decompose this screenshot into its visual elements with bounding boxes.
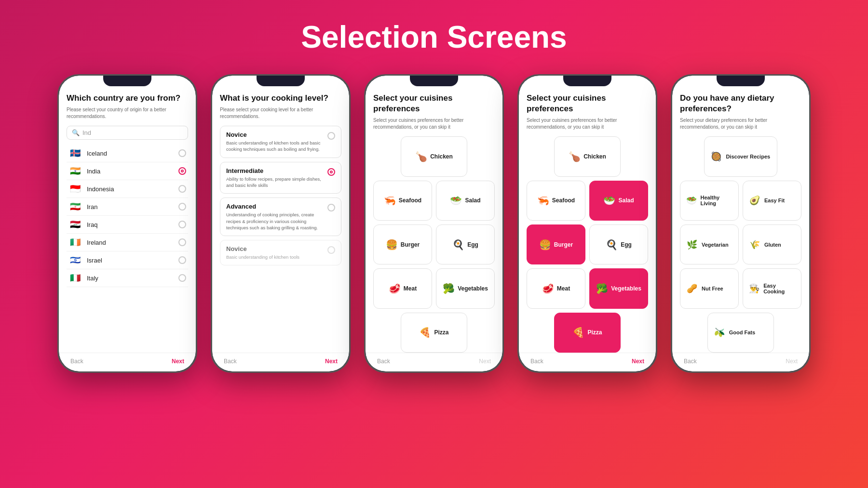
chicken4-icon: 🍗: [569, 151, 581, 162]
cuisine4-salad-label: Salad: [618, 197, 634, 204]
country-name-israel: Israel: [87, 257, 174, 264]
cuisine4-seafood[interactable]: 🦐 Seafood: [527, 181, 585, 221]
phone1-subtitle: Please select your country of origin for…: [67, 106, 188, 120]
phone5-back-button[interactable]: Back: [684, 358, 697, 365]
cuisine-chicken[interactable]: 🍗 Chicken: [401, 136, 468, 176]
cuisine4-egg[interactable]: 🍳 Egg: [589, 224, 648, 264]
phone1-back-button[interactable]: Back: [70, 358, 83, 365]
phone4-nav: Back Next: [519, 353, 656, 371]
egg-icon: 🍳: [452, 239, 464, 251]
phone5-next-button[interactable]: Next: [786, 358, 798, 365]
list-item[interactable]: 🇮🇩 Indonesia: [67, 180, 188, 198]
egg4-icon: 🍳: [606, 239, 618, 251]
cuisine-pizza[interactable]: 🍕 Pizza: [401, 313, 468, 353]
phone1-next-button[interactable]: Next: [172, 358, 184, 365]
dietary-gluten-label: Gluten: [764, 242, 781, 248]
option-title-novice2: Novice: [226, 245, 324, 252]
phone2-subtitle: Please select your cooking level for a b…: [220, 106, 341, 120]
phone3-back-button[interactable]: Back: [377, 358, 390, 365]
cuisine4-salad[interactable]: 🥗 Salad: [589, 181, 648, 221]
healthy-icon: 🥗: [685, 194, 698, 207]
dietary-easyfit[interactable]: 🥑 Easy Fit: [743, 181, 801, 221]
page-title: Selection Screens: [301, 19, 567, 55]
dietary-nutfree[interactable]: 🥜 Nut Free: [680, 268, 739, 308]
dietary-grid: 🥘 Discover Recipes 🥗 Healthy Living 🥑 Ea…: [680, 136, 801, 353]
cuisine4-chicken[interactable]: 🍗 Chicken: [554, 136, 621, 176]
radio-israel[interactable]: [178, 256, 186, 264]
dietary-vegetarian[interactable]: 🌿 Vegetarian: [680, 224, 739, 264]
dietary-discover[interactable]: 🥘 Discover Recipes: [704, 136, 777, 176]
phone3-title: Select your cuisines preferences: [373, 93, 495, 114]
cuisine4-burger[interactable]: 🍔 Burger: [527, 224, 585, 264]
dietary-discover-label: Discover Recipes: [726, 154, 770, 159]
phone3-next-button[interactable]: Next: [479, 358, 491, 365]
list-item[interactable]: 🇮🇶 Iraq: [67, 216, 188, 234]
dietary-easycooking[interactable]: 👨‍🍳 Easy Cooking: [743, 268, 801, 308]
phone2-next-button[interactable]: Next: [325, 358, 338, 365]
cuisine-vegetables[interactable]: 🥦 Vegetables: [436, 268, 495, 308]
radio-india[interactable]: [178, 167, 186, 175]
vegetarian-icon: 🌿: [685, 238, 699, 251]
radio-iraq[interactable]: [178, 221, 186, 228]
flag-israel: 🇮🇱: [68, 255, 82, 265]
seafood-icon: 🦐: [384, 195, 396, 206]
dietary-easyfit-label: Easy Fit: [764, 198, 785, 203]
radio-advanced[interactable]: [327, 204, 335, 211]
flag-indonesia: 🇮🇩: [68, 184, 82, 194]
cooking-option-novice[interactable]: Novice Basic understanding of kitchen to…: [220, 126, 341, 158]
cooking-option-advanced[interactable]: Advanced Understanding of cooking princi…: [220, 198, 341, 236]
easycooking-icon: 👨‍🍳: [748, 282, 760, 295]
phone1-title: Which country are you from?: [67, 93, 188, 104]
list-item[interactable]: 🇮🇹 Italy: [67, 269, 188, 287]
cuisine4-vegetables[interactable]: 🥦 Vegetables: [589, 268, 648, 308]
cuisine-seafood[interactable]: 🦐 Seafood: [373, 181, 432, 221]
country-name-ireland: Ireland: [87, 239, 174, 246]
flag-italy: 🇮🇹: [68, 273, 82, 283]
cuisine4-meat[interactable]: 🥩 Meat: [527, 268, 585, 308]
cuisine-grid-4: 🍗 Chicken 🦐 Seafood 🥗 Salad 🍔 Burger: [527, 136, 648, 353]
phone4-next-button[interactable]: Next: [632, 358, 644, 365]
phones-container: Which country are you from? Please selec…: [38, 74, 830, 373]
option-title-intermediate: Intermediate: [226, 167, 324, 174]
list-item[interactable]: 🇮🇪 Ireland: [67, 234, 188, 251]
vegetables-icon: 🥦: [443, 283, 455, 294]
cuisine-egg-label: Egg: [467, 241, 478, 248]
seafood4-icon: 🦐: [537, 195, 549, 206]
cooking-option-intermediate[interactable]: Intermediate Ability to follow recipes, …: [220, 162, 341, 194]
radio-ireland[interactable]: [178, 238, 186, 246]
cuisine4-pizza[interactable]: 🍕 Pizza: [554, 313, 621, 353]
phone-1-country: Which country are you from? Please selec…: [57, 74, 197, 373]
phone1-nav: Back Next: [59, 353, 196, 371]
radio-italy[interactable]: [178, 274, 186, 282]
radio-iceland[interactable]: [178, 149, 186, 157]
radio-novice[interactable]: [327, 132, 335, 140]
phone4-back-button[interactable]: Back: [530, 358, 543, 365]
option-title-advanced: Advanced: [226, 203, 324, 210]
radio-intermediate[interactable]: [327, 168, 335, 176]
cooking-option-novice2[interactable]: Novice Basic understanding of kitchen to…: [220, 240, 341, 265]
list-item[interactable]: 🇮🇷 Iran: [67, 198, 188, 216]
goodfats-icon: 🫒: [713, 326, 726, 339]
flag-iraq: 🇮🇶: [68, 220, 82, 229]
cuisine-salad[interactable]: 🥗 Salad: [436, 181, 495, 221]
radio-indonesia[interactable]: [178, 185, 186, 193]
dietary-gluten[interactable]: 🌾 Gluten: [743, 224, 801, 264]
meat-icon: 🥩: [389, 283, 401, 294]
radio-iran[interactable]: [178, 203, 186, 211]
dietary-goodfats[interactable]: 🫒 Good Fats: [707, 313, 774, 353]
cuisine-meat[interactable]: 🥩 Meat: [373, 268, 432, 308]
country-name-iran: Iran: [87, 203, 174, 211]
search-box[interactable]: 🔍 Ind: [67, 126, 188, 140]
phone5-subtitle: Select your dietary preferences for bett…: [680, 117, 801, 131]
cuisine4-egg-label: Egg: [621, 241, 632, 248]
salad-icon: 🥗: [450, 195, 462, 206]
dietary-healthy[interactable]: 🥗 Healthy Living: [680, 181, 739, 221]
cuisine-vegetables-label: Vegetables: [458, 285, 488, 292]
list-item[interactable]: 🇮🇱 Israel: [67, 251, 188, 269]
list-item[interactable]: 🇮🇳 India: [67, 162, 188, 180]
phone2-back-button[interactable]: Back: [224, 358, 237, 365]
list-item[interactable]: 🇮🇸 Iceland: [67, 145, 188, 162]
radio-novice2[interactable]: [327, 246, 335, 254]
cuisine-egg[interactable]: 🍳 Egg: [436, 224, 495, 264]
cuisine-burger[interactable]: 🍔 Burger: [373, 224, 432, 264]
